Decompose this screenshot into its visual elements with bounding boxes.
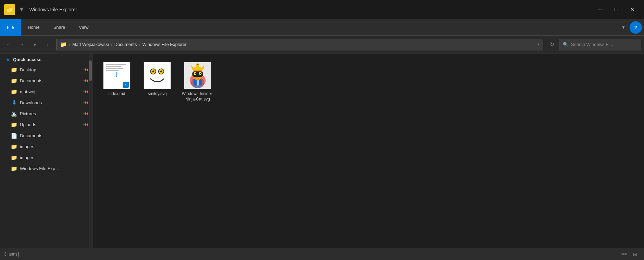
sidebar-item-label-documents: Documents: [20, 78, 80, 83]
svg-rect-0: [144, 62, 171, 89]
file-thumbnail-ninja-cat: [184, 62, 211, 89]
images1-folder-icon: 📁: [11, 143, 17, 150]
grid-view-button[interactable]: ⊞: [630, 249, 640, 259]
winfileexp-folder-icon: 📁: [11, 165, 17, 172]
sidebar-scrollbar-thumb[interactable]: [89, 60, 92, 81]
recent-locations-button[interactable]: ▾: [29, 39, 40, 50]
file-item-index-md[interactable]: ↓ < index.md: [98, 59, 136, 104]
ribbon: File Home Share View ▼ ?: [0, 19, 644, 36]
help-button[interactable]: ?: [630, 21, 642, 34]
sidebar-item-label-uploads: Uploads: [20, 122, 80, 127]
mattwoj-folder-icon: 📁: [11, 88, 17, 95]
sidebar-item-images1[interactable]: 📁 images: [0, 141, 92, 152]
star-icon: ★: [5, 56, 10, 63]
sidebar-scroll: ★ Quick access 📁 Desktop 📌 📁 Documents 📌: [0, 54, 92, 248]
file-name-smiley-svg: smiley.svg: [148, 91, 166, 97]
window-controls: — □ ✕: [593, 0, 640, 19]
pictures-folder-icon: 🏔️: [11, 110, 17, 117]
sidebar-item-mattwoj[interactable]: 📁 mattwoj 📌: [0, 86, 92, 97]
window-title: Windows File Explorer: [26, 7, 593, 12]
tab-home[interactable]: Home: [21, 19, 47, 36]
app-icon: 📁: [4, 4, 15, 15]
sidebar-item-label-mattwoj: mattwoj: [20, 89, 80, 94]
sidebar-item-desktop[interactable]: 📁 Desktop 📌: [0, 64, 92, 75]
sidebar-item-label-documents2: Documents: [20, 133, 88, 138]
address-separator-2: ›: [111, 42, 112, 47]
sidebar-item-documents[interactable]: 📁 Documents 📌: [0, 75, 92, 86]
close-button[interactable]: ✕: [624, 0, 640, 19]
pin-icon-pictures: 📌: [82, 110, 89, 117]
smiley-svg-image: [144, 62, 171, 89]
file-item-ninja-cat[interactable]: Windows-Insider-Ninja-Cat.svg: [179, 59, 216, 104]
refresh-button[interactable]: ↻: [546, 39, 558, 50]
view-toggle: ≡≡ ⊞: [619, 249, 640, 259]
sidebar-item-label-pictures: Pictures: [20, 111, 80, 116]
tab-view[interactable]: View: [72, 19, 95, 36]
address-bar[interactable]: 📁 › Matt Wojciakowski › Documents › Wind…: [56, 39, 543, 50]
sidebar-item-downloads[interactable]: ⬇ Downloads 📌: [0, 97, 92, 108]
address-dropdown-button[interactable]: ▾: [537, 42, 540, 47]
downloads-icon: ⬇: [11, 99, 17, 106]
pin-icon-downloads: 📌: [82, 99, 89, 106]
maximize-button[interactable]: □: [608, 0, 624, 19]
address-separator-3: ›: [139, 42, 140, 47]
sidebar-item-images2[interactable]: 📁 images: [0, 152, 92, 163]
desktop-folder-icon: 📁: [11, 67, 17, 73]
file-thumbnail-index-md: ↓ <: [103, 62, 131, 89]
file-area: ↓ < index.md: [92, 54, 644, 248]
sidebar-section-quick-access[interactable]: ★ Quick access: [0, 54, 92, 64]
ribbon-collapse-button[interactable]: ▼: [617, 19, 630, 36]
search-placeholder: Search Windows Fi...: [571, 42, 613, 47]
search-bar[interactable]: 🔍 Search Windows Fi...: [559, 39, 641, 50]
search-icon: 🔍: [563, 42, 568, 47]
main-layout: ★ Quick access 📁 Desktop 📌 📁 Documents 📌: [0, 54, 644, 248]
svg-point-16: [195, 73, 196, 74]
sidebar-item-label-desktop: Desktop: [20, 67, 80, 72]
file-item-smiley-svg[interactable]: smiley.svg: [138, 59, 176, 104]
tab-share[interactable]: Share: [47, 19, 72, 36]
file-name-ninja-cat: Windows-Insider-Ninja-Cat.svg: [180, 91, 215, 102]
sidebar-item-pictures[interactable]: 🏔️ Pictures 📌: [0, 108, 92, 119]
quick-access-toolbar[interactable]: ▼: [18, 6, 25, 13]
doc-icon: 📄: [11, 132, 17, 139]
forward-button[interactable]: →: [16, 39, 27, 50]
pin-icon-documents: 📌: [82, 77, 89, 84]
pin-icon-desktop: 📌: [82, 66, 89, 73]
documents-folder-icon: 📁: [11, 78, 17, 84]
pin-icon-uploads: 📌: [82, 121, 89, 128]
uploads-folder-icon: 📁: [11, 121, 17, 128]
sidebar-scrollbar[interactable]: [89, 54, 92, 248]
svg-point-3: [152, 70, 154, 72]
minimize-button[interactable]: —: [593, 0, 608, 19]
status-bar: 3 items ≡≡ ⊞: [0, 248, 644, 260]
item-count: 3 items: [4, 252, 17, 257]
sidebar-item-documents2[interactable]: 📄 Documents: [0, 130, 92, 141]
list-view-button[interactable]: ≡≡: [619, 249, 629, 259]
title-bar: 📁 ▼ Windows File Explorer — □ ✕: [0, 0, 644, 19]
file-name-index-md: index.md: [109, 91, 125, 97]
address-part-documents[interactable]: Documents: [114, 42, 137, 47]
sidebar-section-label-quick-access: Quick access: [13, 57, 41, 62]
cursor-indicator: [18, 252, 18, 257]
address-part-user[interactable]: Matt Wojciakowski: [72, 42, 109, 47]
svg-point-4: [160, 70, 162, 72]
sidebar-item-label-downloads: Downloads: [20, 100, 80, 105]
pin-icon-mattwoj: 📌: [82, 88, 89, 95]
sidebar-item-label-images1: images: [20, 144, 88, 149]
sidebar-item-label-winfileexp: Windows File Exp...: [20, 166, 88, 171]
sidebar-item-label-images2: images: [20, 155, 88, 160]
tab-file[interactable]: File: [0, 19, 21, 36]
back-button[interactable]: ←: [3, 39, 14, 50]
up-button[interactable]: ↑: [42, 39, 53, 50]
ninja-cat-svg-image: [184, 62, 211, 89]
address-separator-1: ›: [69, 42, 70, 47]
svg-point-17: [200, 73, 201, 74]
address-folder-icon: 📁: [60, 41, 67, 48]
navigation-bar: ← → ▾ ↑ 📁 › Matt Wojciakowski › Document…: [0, 36, 644, 54]
sidebar: ★ Quick access 📁 Desktop 📌 📁 Documents 📌: [0, 54, 92, 248]
file-thumbnail-smiley-svg: [144, 62, 171, 89]
images2-folder-icon: 📁: [11, 154, 17, 161]
address-part-folder[interactable]: Windows File Explorer: [142, 42, 186, 47]
sidebar-item-uploads[interactable]: 📁 Uploads 📌: [0, 119, 92, 130]
sidebar-item-winfileexp[interactable]: 📁 Windows File Exp...: [0, 163, 92, 174]
